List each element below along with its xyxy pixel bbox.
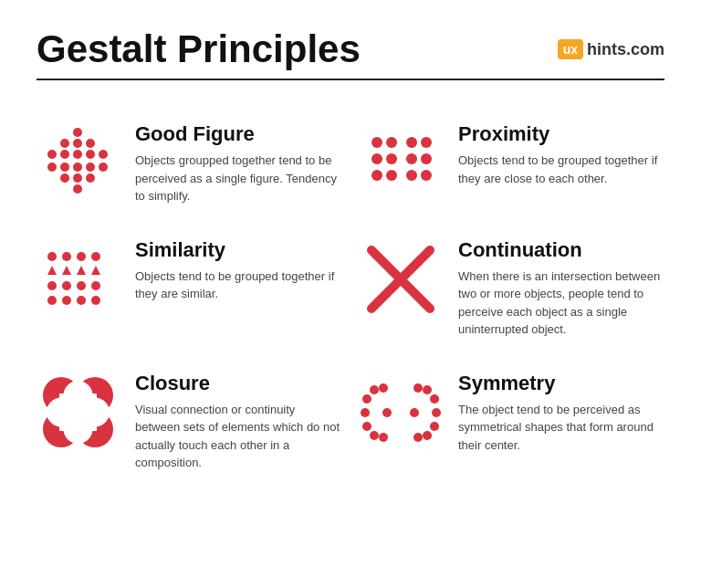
svg-point-24 [406,137,417,148]
svg-point-1 [60,139,69,148]
good-figure-svg [41,127,114,200]
symmetry-svg [360,381,442,445]
page-title: Gestalt Principles [37,27,361,71]
similarity-text: Similarity Objects tend to be grouped to… [135,238,341,303]
principle-symmetry: Symmetry The object tend to be perceived… [360,355,664,488]
proximity-text: Proximity Objects tend to be grouped tog… [458,122,664,187]
svg-point-12 [86,163,95,172]
svg-point-32 [77,252,86,261]
similarity-svg [41,247,114,311]
good-figure-description: Objects groupped together tend to be per… [135,152,341,205]
logo: ux hints.com [558,39,664,59]
proximity-svg [364,131,437,195]
svg-point-5 [60,150,69,159]
svg-point-70 [413,383,423,393]
similarity-description: Objects tend to be grouped together if t… [135,268,341,303]
svg-point-8 [99,150,108,159]
svg-point-20 [371,170,382,181]
svg-point-72 [410,408,419,417]
similarity-icon [37,238,119,320]
svg-marker-36 [77,266,86,275]
svg-point-40 [77,281,86,290]
svg-point-66 [432,408,441,417]
closure-text: Closure Visual connection or continuity … [135,372,341,472]
svg-point-9 [47,163,57,172]
continuation-icon [360,238,442,320]
svg-point-43 [62,296,71,305]
svg-point-62 [379,383,388,393]
continuation-svg [364,243,437,316]
principle-similarity: Similarity Objects tend to be grouped to… [37,222,341,355]
good-figure-icon [37,122,119,205]
svg-point-65 [430,394,439,404]
svg-point-21 [386,137,397,148]
svg-point-56 [80,398,110,427]
similarity-title: Similarity [135,238,341,262]
svg-point-17 [73,184,82,194]
svg-point-57 [362,394,371,404]
good-figure-title: Good Figure [135,122,341,146]
svg-point-69 [423,431,432,440]
header-divider [37,79,664,80]
svg-point-31 [62,252,71,261]
svg-point-27 [421,137,432,148]
principle-continuation: Continuation When there is an intersecti… [360,222,664,355]
svg-point-7 [86,150,95,159]
svg-point-3 [86,139,95,148]
svg-point-0 [73,128,82,137]
svg-point-30 [47,252,57,261]
svg-point-64 [382,408,392,417]
continuation-title: Continuation [458,238,664,262]
svg-point-60 [370,385,379,394]
svg-point-6 [73,150,82,159]
svg-point-33 [91,252,100,261]
svg-point-14 [60,173,69,183]
svg-marker-37 [91,266,100,275]
closure-icon [37,372,119,454]
svg-point-68 [423,385,432,394]
svg-point-42 [47,296,57,305]
svg-point-63 [379,433,388,442]
svg-point-15 [73,173,82,183]
closure-description: Visual connection or continuity between … [135,401,341,472]
svg-point-22 [386,153,397,164]
svg-point-58 [361,408,370,417]
svg-point-59 [362,422,371,431]
svg-point-61 [370,431,379,440]
svg-point-44 [77,296,86,305]
proximity-icon [360,122,442,205]
page-header: Gestalt Principles ux hints.com [37,27,664,71]
svg-marker-35 [62,266,71,275]
principle-proximity: Proximity Objects tend to be grouped tog… [360,106,664,222]
closure-svg [39,373,117,451]
svg-point-28 [421,153,432,164]
svg-point-13 [99,163,108,172]
svg-point-41 [91,281,100,290]
svg-point-38 [47,281,57,290]
svg-point-67 [430,422,439,431]
logo-ux: ux [558,39,583,59]
symmetry-title: Symmetry [458,372,664,395]
principle-good-figure: Good Figure Objects groupped together te… [37,106,341,222]
closure-title: Closure [135,372,341,395]
svg-point-11 [73,163,82,172]
proximity-description: Objects tend to be grouped together if t… [458,152,664,187]
symmetry-icon [360,372,442,454]
continuation-text: Continuation When there is an intersecti… [458,238,664,339]
good-figure-text: Good Figure Objects groupped together te… [135,122,341,205]
principle-closure: Closure Visual connection or continuity … [37,355,341,488]
svg-marker-34 [47,266,57,275]
svg-point-39 [62,281,71,290]
symmetry-description: The object tend to be perceived as symme… [458,401,664,455]
svg-point-19 [371,153,382,164]
svg-point-18 [371,137,382,148]
svg-point-2 [73,139,82,148]
svg-point-23 [386,170,397,181]
svg-point-16 [86,173,95,183]
principles-grid: Good Figure Objects groupped together te… [37,106,664,488]
svg-point-29 [421,170,432,181]
logo-domain: hints.com [587,40,664,59]
svg-point-55 [47,398,76,427]
svg-point-4 [47,150,57,159]
svg-point-10 [60,163,69,172]
